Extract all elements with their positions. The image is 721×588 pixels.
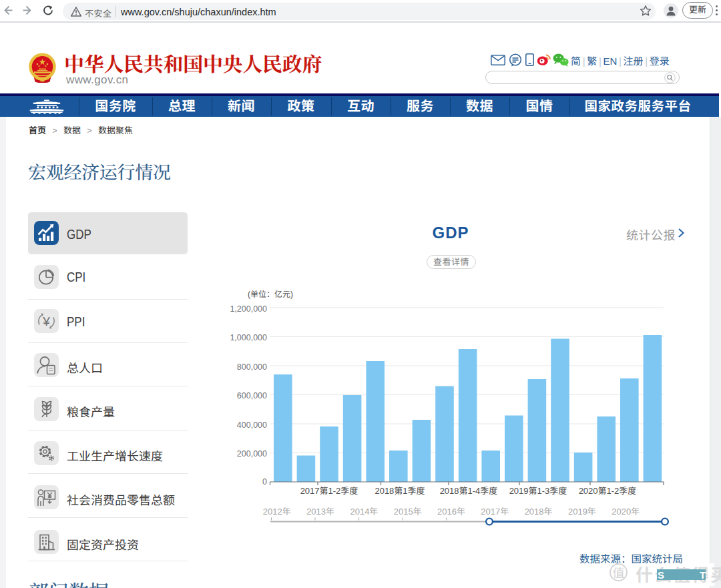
- svg-text:800,000: 800,000: [237, 362, 267, 372]
- svg-text:2019年: 2019年: [568, 507, 596, 517]
- svg-text:2018第1-4季度: 2018第1-4季度: [440, 486, 498, 496]
- svg-text:2017第1-2季度: 2017第1-2季度: [300, 486, 358, 496]
- svg-text:2012年: 2012年: [263, 507, 291, 517]
- svg-text:2015年: 2015年: [394, 507, 422, 517]
- svg-text:2017年: 2017年: [481, 507, 509, 517]
- svg-text:2013年: 2013年: [306, 507, 334, 517]
- svg-text:2018年: 2018年: [525, 507, 553, 517]
- svg-text:2014年: 2014年: [350, 507, 378, 517]
- svg-text:2019第1-3季度: 2019第1-3季度: [509, 486, 567, 496]
- svg-text:2016年: 2016年: [437, 507, 465, 517]
- svg-text:2020年: 2020年: [612, 507, 640, 517]
- svg-text:2020第1-2季度: 2020第1-2季度: [579, 486, 637, 496]
- svg-text:400,000: 400,000: [237, 420, 267, 430]
- svg-text:¥: ¥: [42, 314, 50, 328]
- svg-text:1,000,000: 1,000,000: [230, 333, 267, 342]
- svg-text:200,000: 200,000: [237, 449, 267, 459]
- svg-text:0: 0: [262, 477, 267, 487]
- svg-text:1,200,000: 1,200,000: [230, 304, 267, 314]
- svg-text:600,000: 600,000: [237, 391, 267, 400]
- svg-text:2018第1季度: 2018第1季度: [375, 486, 425, 496]
